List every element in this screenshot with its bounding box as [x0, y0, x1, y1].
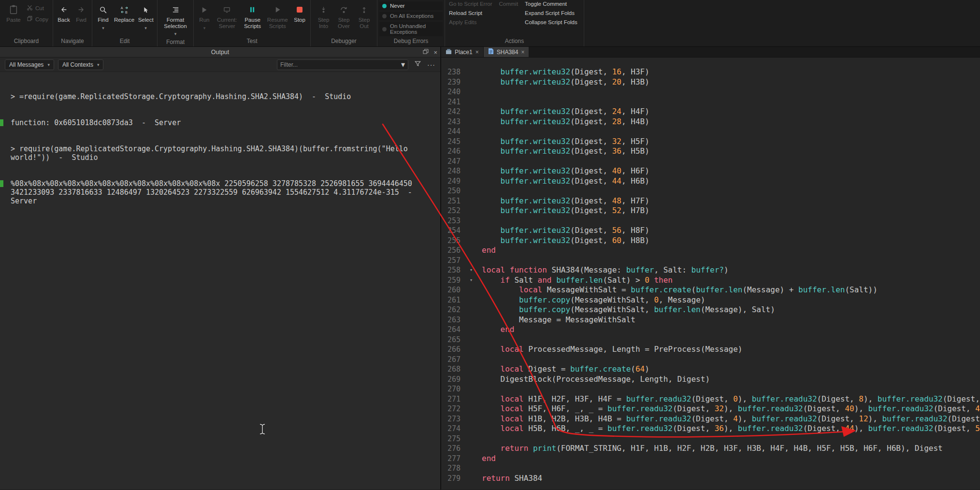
code-line[interactable]: 262 buffer.copy(MessageWithSalt, buffer.… — [441, 305, 980, 315]
expand-script-folds-button[interactable]: Expand Script Folds — [525, 10, 577, 16]
debug-errors-option-never[interactable]: Never — [379, 1, 443, 10]
select-button[interactable]: Select — [136, 2, 155, 32]
code-line[interactable]: 265 — [441, 335, 980, 345]
contexts-filter-value: All Contexts — [62, 61, 93, 68]
code-line[interactable]: 242 buffer.writeu32(Digest, 24, H4F) — [441, 107, 980, 117]
line-number: 264 — [441, 325, 461, 335]
code-line[interactable]: 261 buffer.copy(MessageWithSalt, 0, Mess… — [441, 295, 980, 305]
code-line[interactable]: 241 — [441, 97, 980, 107]
code-line[interactable]: 266 local ProcessedMessage, Length = Pre… — [441, 345, 980, 355]
collapse-script-folds-button[interactable]: Collapse Script Folds — [525, 19, 577, 25]
line-number: 270 — [441, 384, 461, 394]
code-line[interactable]: 259▾ if Salt and buffer.len(Salt) > 0 th… — [441, 275, 980, 286]
code-line[interactable]: 243 buffer.writeu32(Digest, 28, H4B) — [441, 117, 980, 127]
code-line[interactable]: 245 buffer.writeu32(Digest, 32, H5F) — [441, 137, 980, 147]
pause-icon — [249, 4, 256, 15]
fold-gutter — [461, 107, 482, 117]
code-line[interactable]: 256end — [441, 245, 980, 256]
replace-button[interactable]: AB Replace — [113, 2, 135, 25]
code-line[interactable]: 253 — [441, 216, 980, 226]
more-options-icon[interactable]: ··· — [427, 61, 435, 69]
code-editor[interactable]: 238 buffer.writeu32(Digest, 16, H3F)239 … — [441, 58, 980, 490]
paste-button[interactable]: Paste — [3, 2, 24, 25]
code-line[interactable]: 239 buffer.writeu32(Digest, 20, H3B) — [441, 77, 980, 87]
fold-arrow-icon[interactable]: ▾ — [461, 265, 482, 275]
toggle-comment-button[interactable]: Toggle Comment — [525, 1, 577, 7]
code-line[interactable]: 269 DigestBlock(ProcessedMessage, Length… — [441, 375, 980, 385]
code-line[interactable]: 238 buffer.writeu32(Digest, 16, H3F) — [441, 67, 980, 77]
code-line[interactable]: 270 — [441, 384, 980, 394]
code-line[interactable]: 251 buffer.writeu32(Digest, 48, H7F) — [441, 196, 980, 206]
fold-gutter — [461, 434, 482, 444]
goto-script-error-button[interactable]: Go to Script Error — [449, 1, 492, 7]
code-line[interactable]: 252 buffer.writeu32(Digest, 52, H7B) — [441, 206, 980, 216]
debug-errors-option-unhandled[interactable]: On Unhandled Exceptions — [379, 22, 443, 36]
run-button[interactable]: Run — [196, 2, 213, 32]
code-line[interactable]: 276 return print(FORMAT_STRING, H1F, H1B… — [441, 444, 980, 454]
code-line[interactable]: 244 — [441, 127, 980, 137]
back-button[interactable]: Back — [56, 2, 72, 25]
find-button[interactable]: Find — [94, 2, 112, 32]
code-line[interactable]: 246 buffer.writeu32(Digest, 36, H5B) — [441, 146, 980, 157]
pause-scripts-button[interactable]: Pause Scripts — [241, 2, 264, 30]
output-panel-titlebar[interactable]: Output × — [0, 47, 440, 58]
tab-sha384[interactable]: SHA384 × — [484, 47, 530, 57]
code-line[interactable]: 250 — [441, 186, 980, 196]
code-line[interactable]: 240 — [441, 87, 980, 97]
code-line[interactable]: 267 — [441, 355, 980, 365]
code-line[interactable]: 279return SHA384 — [441, 474, 980, 484]
line-number: 261 — [441, 295, 461, 305]
code-line[interactable]: 260 local MessageWithSalt = buffer.creat… — [441, 285, 980, 295]
fold-gutter — [461, 444, 482, 454]
clear-output-funnel-icon[interactable] — [414, 60, 421, 69]
output-console[interactable]: > =require(game.ReplicatedStorage.Crypto… — [0, 72, 440, 490]
code-line[interactable]: 278 — [441, 463, 980, 474]
commit-button[interactable]: Commit — [499, 1, 518, 7]
run-play-icon — [201, 4, 208, 15]
output-filter-input[interactable] — [280, 61, 401, 68]
code-line[interactable]: 273 local H1B, H2B, H3B, H4B = buffer.re… — [441, 414, 980, 424]
cut-label: Cut — [35, 5, 44, 11]
fold-gutter — [461, 355, 482, 365]
code-line[interactable]: 272 local H5F, H6F, _, _ = buffer.readu3… — [441, 404, 980, 414]
close-panel-icon[interactable]: × — [433, 49, 437, 56]
code-line[interactable]: 277end — [441, 454, 980, 464]
code-line[interactable]: 255 buffer.writeu32(Digest, 60, H8B) — [441, 236, 980, 246]
code-line[interactable]: 274 local H5B, H6B, _, _ = buffer.readu3… — [441, 424, 980, 434]
messages-filter-dropdown[interactable]: All Messages ▾ — [5, 59, 54, 70]
close-tab-icon[interactable]: × — [521, 49, 524, 56]
output-filter-combo[interactable]: ▾ — [277, 59, 408, 70]
code-line[interactable]: 247 — [441, 157, 980, 167]
code-line[interactable]: 263 Message = MessageWithSalt — [441, 315, 980, 325]
tab-place1[interactable]: Place1 × — [441, 47, 484, 57]
code-line[interactable]: 271 local H1F, H2F, H3F, H4F = buffer.re… — [441, 394, 980, 404]
current-server-button[interactable]: Current: Server — [214, 2, 240, 30]
step-over-button[interactable]: Step Over — [334, 2, 354, 30]
code-line[interactable]: 264 end — [441, 325, 980, 335]
close-tab-icon[interactable]: × — [476, 49, 479, 56]
step-into-button[interactable]: Step Into — [314, 2, 333, 30]
step-into-label: Step Into — [315, 17, 332, 29]
format-selection-button[interactable]: Format Selection — [160, 2, 190, 38]
copy-button[interactable]: Copy — [25, 14, 50, 24]
code-line[interactable]: 268 local Digest = buffer.create(64) — [441, 364, 980, 375]
debug-errors-option-all-exceptions[interactable]: On All Exceptions — [379, 12, 443, 20]
code-line[interactable]: 249 buffer.writeu32(Digest, 44, H6B) — [441, 176, 980, 187]
fold-arrow-icon[interactable]: ▾ — [461, 275, 482, 286]
cut-button[interactable]: Cut — [25, 3, 50, 13]
resume-scripts-button[interactable]: Resume Scripts — [265, 2, 290, 30]
fold-gutter — [461, 87, 482, 97]
code-line[interactable]: 248 buffer.writeu32(Digest, 40, H6F) — [441, 166, 980, 176]
code-line[interactable]: 275 — [441, 434, 980, 444]
code-line[interactable]: 254 buffer.writeu32(Digest, 56, H8F) — [441, 226, 980, 236]
step-out-button[interactable]: Step Out — [355, 2, 374, 30]
float-panel-icon[interactable] — [423, 49, 429, 56]
code-line[interactable]: 258▾local function SHA384(Message: buffe… — [441, 265, 980, 275]
code-line[interactable]: 257 — [441, 256, 980, 266]
contexts-filter-dropdown[interactable]: All Contexts ▾ — [58, 59, 104, 70]
forward-button[interactable]: Fwd — [73, 2, 89, 25]
stop-button[interactable]: Stop — [291, 2, 308, 25]
apply-edits-button[interactable]: Apply Edits — [449, 19, 492, 25]
reload-script-button[interactable]: Reload Script — [449, 10, 492, 16]
ribbon-group-navigate: Back Fwd Navigate — [53, 0, 92, 46]
